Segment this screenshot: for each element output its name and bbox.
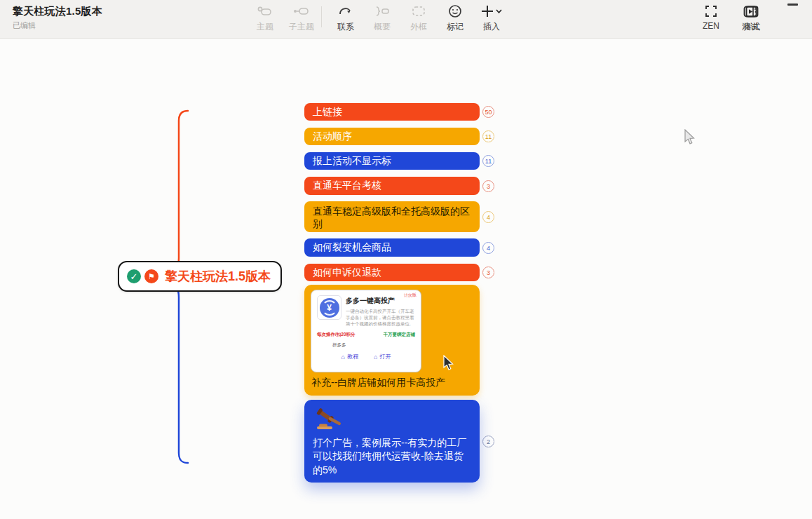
marker-button[interactable]: 标记 [437,4,473,33]
relationship-icon [339,4,353,19]
collapse-badge[interactable]: 4 [482,211,494,223]
mouse-cursor-secondary [683,129,697,146]
topic-node[interactable]: 直通车平台考核 [304,177,480,195]
root-topic[interactable]: ✓ ⚑ 擎天柱玩法1.5版本 [118,261,282,292]
subtopic-icon [293,4,310,19]
topic-node[interactable]: 活动顺序 [304,128,480,145]
topic-icon [257,4,273,19]
subtopic-label: 子主题 [289,21,314,33]
badge-count: 4 [487,245,490,252]
badge-count: 11 [485,158,492,165]
mindmap-canvas[interactable]: ✓ ⚑ 擎天柱玩法1.5版本 上链接 活动顺序 报上活动不显示标 直通车平台考核… [0,39,812,519]
root-topic-label: 擎天柱玩法1.5版本 [165,268,271,285]
zen-label: ZEN [703,21,719,31]
topic-node-ad[interactable]: 打个广告，案例展示--有实力的工厂可以找我们纯佣代运营收-除去退货的5% [304,400,480,483]
plugin-tag: 计次版 [404,292,417,299]
collapse-badge[interactable]: 11 [482,130,494,142]
collapse-badge[interactable]: 2 [482,436,494,447]
badge-count: 4 [487,214,490,221]
ad-topic-label: 打个广告，案例展示--有实力的工厂可以找我们纯佣代运营收-除去退货的5% [313,436,471,477]
topic-label: 报上活动不显示标 [313,155,391,168]
topic-label: 直通车稳定高级版和全托高级版的区别 [313,205,471,230]
plugin-description: 一键自动化卡高投产开车（开车老手必备）设置前，请点击教程里看第十个视频的价格梯度… [346,308,415,327]
home-icon: ⌂ [374,353,377,360]
summary-button[interactable]: 概要 [364,4,400,33]
window-minimize-dash[interactable] [787,4,798,6]
document-info: 擎天柱玩法1.5版本 已编辑 [13,5,102,31]
topic-node[interactable]: 报上活动不显示标 [304,152,480,170]
collapse-badge[interactable]: 4 [482,242,494,254]
toolbar: 擎天柱玩法1.5版本 已编辑 主题 子主题 联系 概要 [0,0,812,39]
zen-icon [705,4,717,19]
branch-line-down [165,282,188,463]
branch-line-up [165,111,188,274]
check-icon[interactable]: ✓ [127,269,141,283]
zen-button[interactable]: ZEN [691,4,731,33]
topic-node[interactable]: 如何裂变机会商品 [304,238,480,257]
format-button[interactable]: 格式 [733,4,770,33]
collapse-badge[interactable]: 3 [482,180,494,192]
relationship-button[interactable]: 联系 [327,4,364,33]
badge-count: 2 [487,438,490,445]
plugin-screenshot: ¥ 多多一键高投产 计次版 一键自动化卡高投产开车（开车老手必备）设置前，请点击… [311,290,421,372]
subtopic-button[interactable]: 子主题 [283,4,320,33]
plugin-open-link[interactable]: ⌂打开 [374,353,391,360]
topic-node[interactable]: 直通车稳定高级版和全托高级版的区别 [304,201,480,232]
collapse-badge[interactable]: 3 [482,267,494,278]
boundary-label: 外框 [410,21,427,33]
topic-node[interactable]: 上链接 [304,103,480,121]
plugin-tutorial-link[interactable]: ⌂教程 [341,353,358,360]
topic-label: 主题 [257,21,273,33]
insert-label: 插入 [483,21,500,33]
topic-label: 活动顺序 [313,130,352,143]
badge-count: 3 [487,269,490,276]
format-icon [745,4,759,19]
topic-label: 如何申诉仅退款 [313,267,381,279]
plugin-app-icon: ¥ [317,295,341,320]
summary-label: 概要 [374,21,391,33]
badge-count: 50 [485,109,492,116]
marker-label: 标记 [447,21,463,33]
topic-label: 上链接 [313,106,342,119]
boundary-icon [412,4,426,19]
topic-button[interactable]: 主题 [247,4,283,33]
document-status: 已编辑 [13,20,102,31]
insert-button[interactable]: 插入 [473,4,510,33]
relationship-label: 联系 [337,21,354,33]
plugin-warning-note: 千万要绑定店铺 [384,332,416,338]
badge-count: 11 [485,133,492,140]
summary-icon [374,4,390,19]
plugin-cost-note: 每次操作/扣20积分 [317,332,356,338]
collapse-badge[interactable]: 11 [482,155,494,167]
media-topic-label: 补充--白牌店铺如何用卡高投产 [311,377,445,389]
topic-label: 如何裂变机会商品 [313,241,391,254]
flag-icon[interactable]: ⚑ [144,269,158,283]
topic-node[interactable]: 如何申诉仅退款 [304,264,480,281]
boundary-button[interactable]: 外框 [400,4,437,33]
gavel-icon [314,407,345,431]
toolbar-center: 主题 子主题 联系 概要 外框 [247,4,510,33]
toolbar-divider [321,6,322,27]
format-label: 格式 [743,21,760,33]
document-title: 擎天柱玩法1.5版本 [13,5,102,18]
topic-node-media[interactable]: ¥ 多多一键高投产 计次版 一键自动化卡高投产开车（开车老手必备）设置前，请点击… [304,285,480,396]
badge-count: 3 [487,183,490,190]
home-icon: ⌂ [341,353,345,360]
topic-label: 直通车平台考核 [313,180,381,192]
plugin-platform: 拼多多 [332,342,415,349]
marker-icon [448,4,462,19]
collapse-badge[interactable]: 50 [482,106,494,118]
insert-icon [481,4,502,19]
